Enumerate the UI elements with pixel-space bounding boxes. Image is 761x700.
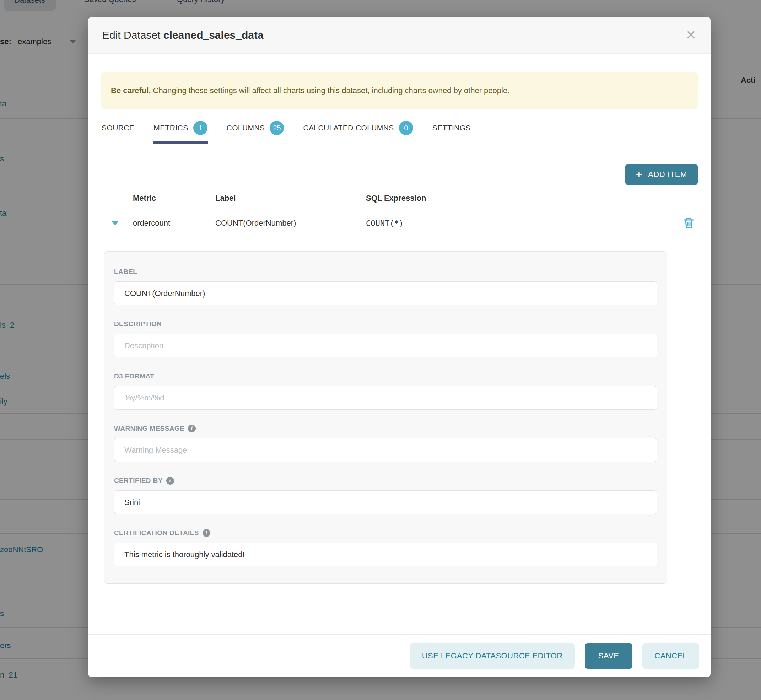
field-certification-details-caption-text: CERTIFICATION DETAILS xyxy=(114,529,199,537)
col-header-metric: Metric xyxy=(133,194,215,203)
tab-settings-label: SETTINGS xyxy=(432,123,471,132)
tab-source-label: SOURCE xyxy=(102,123,134,132)
metric-row-ordercount: ordercount COUNT(OrderNumber) COUNT(*) xyxy=(101,209,698,237)
trash-icon xyxy=(683,217,695,230)
col-header-label: Label xyxy=(215,194,366,203)
modal-header: Edit Dataset cleaned_sales_data ✕ xyxy=(88,17,711,54)
label-input[interactable] xyxy=(114,281,657,305)
field-certified-by: CERTIFIED BY i xyxy=(114,477,657,514)
active-tab-underline xyxy=(153,141,208,144)
tab-calculated-columns[interactable]: CALCULATED COLUMNS 0 xyxy=(302,121,414,144)
metric-sql-expression: COUNT(*) xyxy=(366,219,680,228)
close-icon[interactable]: ✕ xyxy=(686,29,696,42)
collapse-caret-icon[interactable] xyxy=(112,221,119,225)
add-item-button[interactable]: + ADD ITEM xyxy=(625,164,698,185)
warning-banner-bold: Be careful. xyxy=(111,86,151,95)
field-d3-format-caption-text: D3 FORMAT xyxy=(114,372,154,380)
metric-detail-panel: LABEL DESCRIPTION D3 FORMAT WARNING MESS… xyxy=(104,251,667,584)
tab-columns[interactable]: COLUMNS 25 xyxy=(226,121,285,144)
tab-columns-count-badge: 25 xyxy=(270,121,284,135)
tab-columns-label: COLUMNS xyxy=(227,123,265,132)
d3-format-input[interactable] xyxy=(114,386,657,410)
field-certified-by-caption-text: CERTIFIED BY xyxy=(114,477,163,485)
field-label-caption: LABEL xyxy=(114,268,657,276)
tab-source[interactable]: SOURCE xyxy=(101,121,135,144)
field-certification-details: CERTIFICATION DETAILS i xyxy=(114,529,657,566)
metrics-table-header: Metric Label SQL Expression xyxy=(101,194,698,203)
modal-title: Edit Dataset cleaned_sales_data xyxy=(102,29,264,41)
field-label: LABEL xyxy=(114,268,657,305)
warning-banner: Be careful. Changing these settings will… xyxy=(101,72,698,109)
tab-metrics-label: METRICS xyxy=(153,123,188,132)
tab-metrics[interactable]: METRICS 1 xyxy=(153,121,208,144)
cancel-button[interactable]: CANCEL xyxy=(642,643,699,669)
field-certification-details-caption: CERTIFICATION DETAILS i xyxy=(114,529,657,537)
warning-banner-text: Changing these settings will affect all … xyxy=(151,86,510,95)
plus-icon: + xyxy=(636,169,642,180)
field-label-caption-text: LABEL xyxy=(114,268,137,276)
metric-label: COUNT(OrderNumber) xyxy=(215,219,366,228)
use-legacy-datasource-editor-button[interactable]: USE LEGACY DATASOURCE EDITOR xyxy=(410,643,575,669)
modal-title-dataset-name: cleaned_sales_data xyxy=(163,29,264,41)
field-certified-by-caption: CERTIFIED BY i xyxy=(114,477,657,485)
tab-calculated-columns-label: CALCULATED COLUMNS xyxy=(303,123,394,132)
add-item-label: ADD ITEM xyxy=(648,170,687,179)
description-input[interactable] xyxy=(114,334,657,358)
field-description: DESCRIPTION xyxy=(114,320,657,358)
modal-body: Be careful. Changing these settings will… xyxy=(88,54,711,634)
field-description-caption: DESCRIPTION xyxy=(114,320,657,328)
certification-details-input[interactable] xyxy=(114,542,657,566)
info-icon[interactable]: i xyxy=(203,529,210,537)
metric-name: ordercount xyxy=(133,219,215,228)
certified-by-input[interactable] xyxy=(114,491,657,514)
delete-metric-button[interactable] xyxy=(680,217,698,230)
field-warning-message: WARNING MESSAGE i xyxy=(114,425,657,462)
modal-footer: USE LEGACY DATASOURCE EDITOR SAVE CANCEL xyxy=(88,634,711,677)
modal-title-prefix: Edit Dataset xyxy=(102,29,160,41)
col-header-sql-expression: SQL Expression xyxy=(366,194,680,203)
field-d3-format: D3 FORMAT xyxy=(114,372,657,410)
field-warning-message-caption-text: WARNING MESSAGE xyxy=(114,425,184,433)
info-icon[interactable]: i xyxy=(188,425,196,433)
field-description-caption-text: DESCRIPTION xyxy=(114,320,162,328)
info-icon[interactable]: i xyxy=(166,477,174,485)
tab-metrics-count-badge: 1 xyxy=(193,121,208,135)
edit-dataset-modal: Edit Dataset cleaned_sales_data ✕ Be car… xyxy=(88,17,711,677)
tab-settings[interactable]: SETTINGS xyxy=(432,121,472,144)
dataset-editor-tabs: SOURCE METRICS 1 COLUMNS 25 CALCULATED C… xyxy=(101,121,698,144)
warning-message-input[interactable] xyxy=(114,438,657,462)
field-d3-format-caption: D3 FORMAT xyxy=(114,372,657,380)
field-warning-message-caption: WARNING MESSAGE i xyxy=(114,425,657,433)
tab-calculated-columns-count-badge: 0 xyxy=(399,121,413,135)
save-button[interactable]: SAVE xyxy=(585,643,633,669)
